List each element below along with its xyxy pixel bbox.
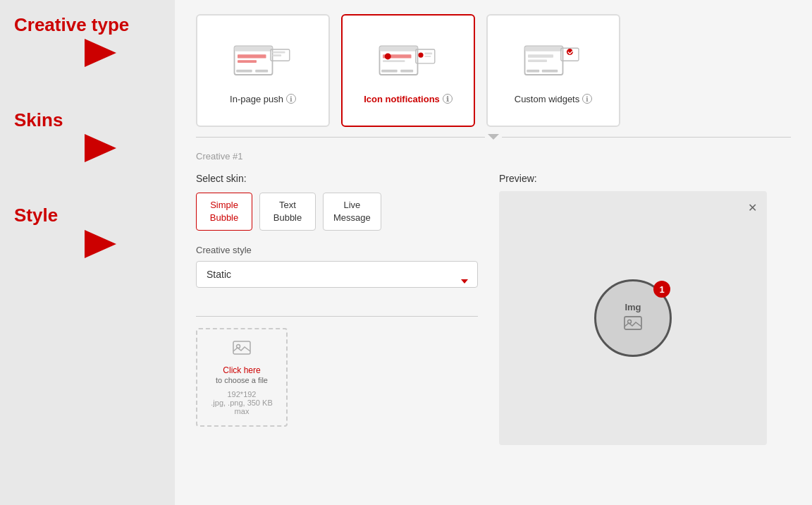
skin-live-message[interactable]: LiveMessage	[323, 193, 381, 231]
svg-rect-5	[273, 51, 285, 53]
card-custom-widgets[interactable]: Custom widgets ℹ	[486, 14, 620, 127]
creative-number: Creative #1	[196, 151, 791, 162]
svg-rect-31	[625, 317, 641, 329]
skin-buttons: SimpleBubble TextBubble LiveMessage	[196, 193, 478, 231]
skins-arrow	[85, 134, 116, 162]
upload-icon	[232, 340, 252, 361]
svg-rect-14	[383, 60, 405, 62]
svg-rect-17	[424, 52, 432, 54]
creative-style-label: Creative style	[196, 245, 478, 255]
left-panel: Select skin: SimpleBubble TextBubble Liv…	[196, 173, 478, 445]
sidebar-skins: Skins	[0, 109, 175, 162]
content-body: Select skin: SimpleBubble TextBubble Liv…	[196, 173, 791, 445]
svg-rect-20	[400, 69, 413, 72]
main-content: In-page push ℹ	[175, 0, 812, 505]
svg-rect-24	[528, 59, 547, 62]
style-select-wrapper: Static Animated	[196, 261, 478, 302]
in-page-push-icon	[228, 37, 298, 87]
divider-left	[196, 137, 485, 138]
creative-type-cards: In-page push ℹ	[196, 14, 791, 127]
upload-click-label[interactable]: Click here	[223, 365, 260, 375]
skin-text-bubble[interactable]: TextBubble	[259, 193, 316, 231]
preview-close-icon[interactable]: ✕	[748, 201, 757, 214]
svg-rect-8	[255, 69, 268, 72]
svg-rect-6	[273, 54, 282, 56]
svg-rect-23	[528, 54, 553, 58]
skin-simple-bubble[interactable]: SimpleBubble	[196, 193, 252, 231]
creative-type-label: Creative type	[0, 14, 175, 36]
svg-rect-7	[236, 69, 252, 72]
preview-box: ✕ Img 1	[499, 191, 767, 445]
preview-badge: 1	[653, 281, 670, 298]
icon-notifications-label: Icon notifications ℹ	[364, 94, 453, 104]
upload-box[interactable]: Click here to choose a file 192*192 .jpg…	[196, 328, 288, 427]
icon-notifications-info[interactable]: ℹ	[443, 94, 453, 104]
skins-label: Skins	[0, 109, 175, 131]
upload-desc: to choose a file	[216, 375, 268, 386]
card-in-page-push[interactable]: In-page push ℹ	[196, 14, 330, 127]
divider-arrow	[488, 134, 499, 140]
select-skin-label: Select skin:	[196, 173, 478, 184]
in-page-push-info[interactable]: ℹ	[286, 94, 296, 104]
preview-notification: Img 1	[594, 279, 672, 357]
svg-point-16	[418, 52, 423, 57]
creative-style-select[interactable]: Static Animated	[196, 261, 478, 288]
svg-rect-18	[424, 56, 431, 57]
style-arrow	[85, 230, 116, 258]
svg-point-12	[385, 53, 391, 59]
style-divider	[196, 316, 478, 317]
svg-rect-22	[525, 46, 563, 51]
divider-right	[502, 137, 791, 138]
svg-rect-27	[527, 69, 539, 72]
svg-rect-13	[393, 55, 409, 58]
preview-label: Preview:	[499, 173, 767, 184]
in-page-push-label: In-page push ℹ	[230, 94, 296, 104]
custom-widgets-icon	[518, 37, 589, 87]
section-divider	[196, 134, 791, 140]
svg-rect-3	[238, 60, 257, 63]
svg-rect-2	[238, 54, 266, 58]
svg-rect-29	[233, 341, 250, 354]
svg-rect-19	[381, 69, 398, 72]
custom-widgets-info[interactable]: ℹ	[582, 94, 592, 104]
svg-rect-28	[542, 69, 558, 72]
upload-size: 192*192 .jpg, .png, 350 KB max	[204, 390, 279, 415]
style-label: Style	[0, 205, 175, 226]
sidebar-creative-type: Creative type	[0, 14, 175, 67]
svg-rect-10	[380, 46, 418, 51]
sidebar-style: Style	[0, 205, 175, 257]
preview-img-icon	[623, 315, 643, 335]
svg-rect-1	[235, 46, 273, 51]
right-panel: Preview: ✕ Img 1	[499, 173, 767, 445]
sidebar: Creative type Skins Style	[0, 0, 175, 505]
creative-type-arrow	[85, 39, 116, 67]
icon-notifications-icon	[373, 37, 443, 87]
card-icon-notifications[interactable]: Icon notifications ℹ	[341, 14, 475, 127]
custom-widgets-label: Custom widgets ℹ	[515, 94, 592, 104]
